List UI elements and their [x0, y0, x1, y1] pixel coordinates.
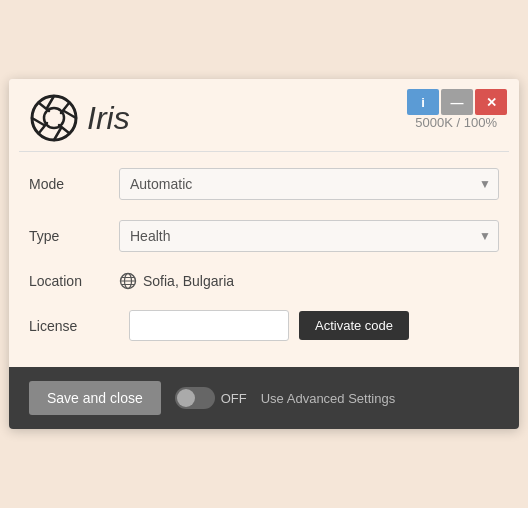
app-window: Iris i — ✕ 5000K / 100% Mode Automatic M…: [9, 79, 519, 429]
footer: Save and close OFF Use Advanced Settings: [9, 367, 519, 429]
toggle-area: OFF: [175, 387, 247, 409]
location-row: Location Sofia, Bulgaria: [29, 272, 499, 290]
minimize-button[interactable]: —: [441, 89, 473, 115]
activate-button[interactable]: Activate code: [299, 311, 409, 340]
status-display: 5000K / 100%: [415, 115, 507, 136]
location-label: Location: [29, 273, 119, 289]
close-button[interactable]: ✕: [475, 89, 507, 115]
mode-select[interactable]: Automatic Manual Paused: [119, 168, 499, 200]
type-row: Type Health Sleep Movie Reading Programm…: [29, 220, 499, 252]
type-select[interactable]: Health Sleep Movie Reading Programming C…: [119, 220, 499, 252]
license-input[interactable]: [129, 310, 289, 341]
mode-select-wrapper: Automatic Manual Paused ▼: [119, 168, 499, 200]
titlebar: Iris i — ✕ 5000K / 100%: [9, 79, 519, 151]
app-title: Iris: [87, 100, 130, 137]
logo-area: Iris: [21, 89, 130, 151]
toggle-state-label: OFF: [221, 391, 247, 406]
header-right: i — ✕ 5000K / 100%: [407, 89, 507, 136]
globe-icon: [119, 272, 137, 290]
location-display: Sofia, Bulgaria: [119, 272, 499, 290]
location-text: Sofia, Bulgaria: [143, 273, 234, 289]
advanced-toggle[interactable]: [175, 387, 215, 409]
type-label: Type: [29, 228, 119, 244]
main-content: Mode Automatic Manual Paused ▼ Type Heal…: [9, 152, 519, 367]
license-label: License: [29, 318, 119, 334]
license-row: License Activate code: [29, 310, 499, 341]
advanced-settings-link[interactable]: Use Advanced Settings: [261, 391, 395, 406]
window-controls: i — ✕: [407, 89, 507, 115]
info-button[interactable]: i: [407, 89, 439, 115]
iris-logo-icon: [29, 93, 79, 143]
save-close-button[interactable]: Save and close: [29, 381, 161, 415]
mode-label: Mode: [29, 176, 119, 192]
type-select-wrapper: Health Sleep Movie Reading Programming C…: [119, 220, 499, 252]
location-value-area: Sofia, Bulgaria: [119, 272, 499, 290]
mode-row: Mode Automatic Manual Paused ▼: [29, 168, 499, 200]
toggle-knob: [177, 389, 195, 407]
